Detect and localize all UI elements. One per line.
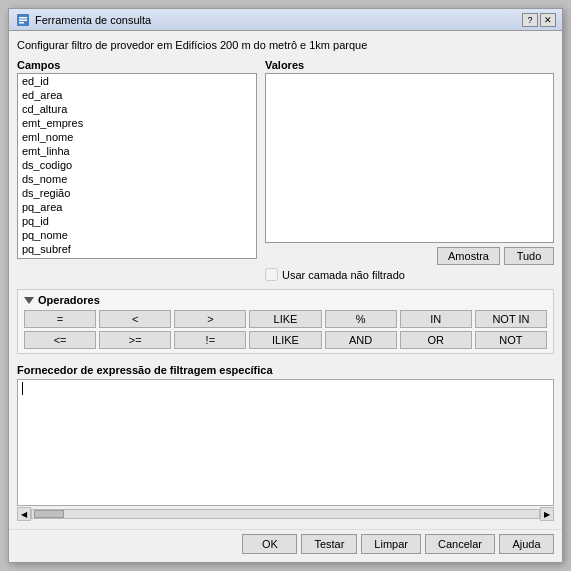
op-lt[interactable]: < [99, 310, 171, 328]
operadores-section: Operadores = < > LIKE % IN NOT IN <= >= … [17, 289, 554, 354]
scrollbar-thumb[interactable] [34, 510, 64, 518]
window-title: Ferramenta de consulta [35, 14, 522, 26]
expression-box[interactable] [17, 379, 554, 506]
list-item[interactable]: pq_subref [18, 242, 256, 256]
valores-panel: Valores Amostra Tudo Usar camada não fil… [265, 59, 554, 281]
subtitle: Configurar filtro de provedor em Edifíci… [17, 39, 554, 51]
op-percent[interactable]: % [325, 310, 397, 328]
expression-label: Fornecedor de expressão de filtragem esp… [17, 364, 554, 376]
list-item[interactable]: emt_linha [18, 144, 256, 158]
op-and[interactable]: AND [325, 331, 397, 349]
op-or[interactable]: OR [400, 331, 472, 349]
op-lte[interactable]: <= [24, 331, 96, 349]
scrollbar-track[interactable] [31, 509, 540, 519]
op-in[interactable]: IN [400, 310, 472, 328]
campos-label: Campos [17, 59, 257, 71]
op-neq[interactable]: != [174, 331, 246, 349]
window-icon [15, 12, 31, 28]
list-item[interactable]: ds_nome [18, 172, 256, 186]
op-gt[interactable]: > [174, 310, 246, 328]
valores-listbox[interactable] [265, 73, 554, 243]
op-ilike[interactable]: ILIKE [249, 331, 321, 349]
scroll-left-btn[interactable]: ◀ [17, 507, 31, 521]
list-item[interactable]: ds_codign_ [18, 256, 256, 259]
list-item[interactable]: emt_empres [18, 116, 256, 130]
help-button[interactable]: ? [522, 13, 538, 27]
collapse-icon[interactable] [24, 297, 34, 304]
usar-camada-checkbox[interactable] [265, 268, 278, 281]
titlebar: Ferramenta de consulta ? ✕ [9, 9, 562, 31]
ok-button[interactable]: OK [242, 534, 297, 554]
content-area: Configurar filtro de provedor em Edifíci… [9, 31, 562, 529]
expression-section: Fornecedor de expressão de filtragem esp… [17, 364, 554, 521]
list-item[interactable]: pq_id [18, 214, 256, 228]
scrollbar-row: ◀ ▶ [17, 507, 554, 521]
close-button[interactable]: ✕ [540, 13, 556, 27]
limpar-button[interactable]: Limpar [361, 534, 421, 554]
operadores-header: Operadores [24, 294, 547, 306]
list-item[interactable]: ds_codigo [18, 158, 256, 172]
op-not[interactable]: NOT [475, 331, 547, 349]
op-like[interactable]: LIKE [249, 310, 321, 328]
amostra-button[interactable]: Amostra [437, 247, 500, 265]
list-item[interactable]: eml_nome [18, 130, 256, 144]
list-item[interactable]: cd_altura [18, 102, 256, 116]
scroll-right-btn[interactable]: ▶ [540, 507, 554, 521]
svg-rect-1 [19, 17, 27, 19]
tudo-button[interactable]: Tudo [504, 247, 554, 265]
ajuda-button[interactable]: Ajuda [499, 534, 554, 554]
checkbox-row: Usar camada não filtrado [265, 268, 554, 281]
campos-panel: Campos ed_id ed_area cd_altura emt_empre… [17, 59, 257, 259]
list-item[interactable]: pq_nome [18, 228, 256, 242]
svg-rect-2 [19, 19, 27, 21]
list-item[interactable]: ed_area [18, 88, 256, 102]
list-item[interactable]: pq_area [18, 200, 256, 214]
operators-grid: = < > LIKE % IN NOT IN <= >= != ILIKE AN… [24, 310, 547, 349]
testar-button[interactable]: Testar [301, 534, 357, 554]
main-window: Ferramenta de consulta ? ✕ Configurar fi… [8, 8, 563, 563]
top-section: Campos ed_id ed_area cd_altura emt_empre… [17, 59, 554, 281]
svg-rect-3 [19, 22, 24, 24]
titlebar-buttons: ? ✕ [522, 13, 556, 27]
cursor [22, 382, 23, 395]
valores-buttons: Amostra Tudo [265, 247, 554, 265]
footer: OK Testar Limpar Cancelar Ajuda [9, 529, 562, 562]
list-item[interactable]: ed_id [18, 74, 256, 88]
op-not-in[interactable]: NOT IN [475, 310, 547, 328]
op-gte[interactable]: >= [99, 331, 171, 349]
campos-listbox[interactable]: ed_id ed_area cd_altura emt_empres eml_n… [17, 73, 257, 259]
valores-label: Valores [265, 59, 554, 71]
cancelar-button[interactable]: Cancelar [425, 534, 495, 554]
list-item[interactable]: ds_região [18, 186, 256, 200]
operadores-label: Operadores [38, 294, 100, 306]
op-eq[interactable]: = [24, 310, 96, 328]
checkbox-label: Usar camada não filtrado [282, 269, 405, 281]
